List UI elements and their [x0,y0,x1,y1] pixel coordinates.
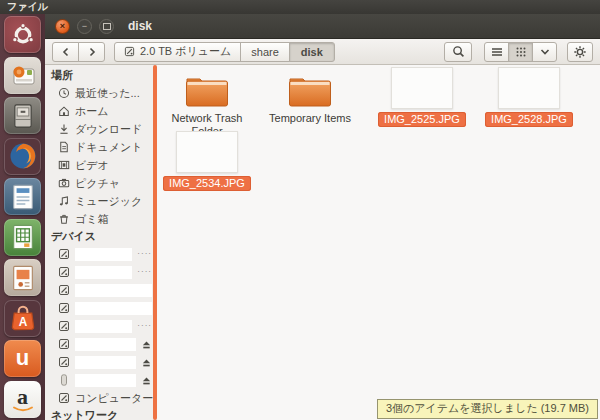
software-center-bag-icon: A [8,303,38,333]
window-minimize-button[interactable]: − [77,19,92,34]
file-item-img-2528[interactable]: IMG_2528.JPG [477,67,581,127]
device-label-redacted [75,266,132,279]
global-menubar: ファイル [0,0,600,14]
path-volume-label: 2.0 TB ボリューム [140,44,231,59]
sidebar-item-recent[interactable]: 最近使った... [45,84,157,102]
impress-presentation-icon [10,264,36,292]
file-item-temporary-items[interactable]: Temporary Items [258,67,362,125]
drive-icon [58,284,70,296]
ubuntu-one-icon: u [16,347,29,369]
sidebar-item-videos[interactable]: ビデオ [45,156,157,174]
window-title: disk [128,19,152,33]
device-label-redacted [75,338,136,351]
file-cabinet-icon [9,102,37,130]
folder-icon [184,71,230,109]
launcher-item-software-center[interactable]: A [4,300,41,337]
sidebar-item-documents[interactable]: ドキュメント [45,138,157,156]
sidebar-item-computer[interactable]: コンピューター [45,389,157,407]
firefox-icon [8,141,38,171]
settings-button[interactable] [567,42,593,62]
view-button-group [484,42,557,62]
launcher-item-libreoffice-impress[interactable] [4,259,41,296]
forward-button[interactable] [78,42,105,62]
document-icon [58,141,70,153]
file-item-img-2525[interactable]: IMG_2525.JPG [370,67,474,127]
launcher-item-ubuntu[interactable] [4,16,41,53]
sidebar-device-4[interactable] [45,299,157,317]
pathbar: 2.0 TB ボリューム share disk [114,42,335,62]
device-label-redacted [75,284,152,297]
grid-view-button[interactable] [508,42,533,62]
path-button-disk[interactable]: disk [289,42,335,62]
toolbar: 2.0 TB ボリューム share disk [45,39,600,65]
path-button-volume[interactable]: 2.0 TB ボリューム [114,42,241,62]
back-button[interactable] [52,42,79,62]
drive-icon [58,320,70,332]
sidebar-item-music[interactable]: ミュージック [45,192,157,210]
sidebar-device-5[interactable]: ···· [45,317,157,335]
device-label-redacted [75,320,132,333]
device-label-redacted [75,356,136,369]
writer-document-icon [10,183,36,211]
svg-text:A: A [18,315,27,329]
sidebar-item-pictures[interactable]: ピクチャ [45,174,157,192]
device-label-redacted [75,248,132,261]
search-button[interactable] [444,42,472,62]
calc-spreadsheet-icon [10,223,36,251]
file-manager-window: × − disk 2.0 TB ボリューム share [45,14,600,420]
unity-launcher: A u a [0,14,45,420]
launcher-item-amazon[interactable]: a [4,381,41,418]
music-note-icon [58,195,70,207]
sidebar-item-home[interactable]: ホーム [45,102,157,120]
launcher-item-startup-disk-creator[interactable] [4,57,41,94]
list-view-button[interactable] [484,42,509,62]
sidebar-device-6[interactable] [45,335,157,353]
phone-device-icon [58,374,70,386]
sidebar-device-phone[interactable] [45,371,157,389]
chevron-down-icon [540,48,550,56]
launcher-item-libreoffice-writer[interactable] [4,178,41,215]
image-thumbnail [176,131,238,173]
ubuntu-logo-icon [10,22,36,48]
file-item-img-2534[interactable]: IMG_2534.JPG [155,131,259,191]
app-menu-files[interactable]: ファイル [7,1,48,12]
search-icon [452,45,465,58]
window-maximize-button[interactable] [99,19,114,34]
sidebar-heading-places: 場所 [45,67,157,84]
file-item-network-trash-folder[interactable]: Network Trash Folder [155,67,259,138]
file-name: Temporary Items [269,112,351,125]
window-titlebar[interactable]: × − disk [45,14,600,39]
sidebar-device-3[interactable] [45,281,157,299]
launcher-item-ubuntu-one[interactable]: u [4,340,41,377]
drive-icon [58,356,70,368]
device-label-ellipsis: ···· [137,322,152,330]
gear-icon [573,45,587,59]
eject-icon[interactable] [141,339,152,350]
home-icon [58,105,70,117]
launcher-item-files[interactable] [4,97,41,134]
sidebar-item-trash[interactable]: ゴミ箱 [45,210,157,228]
window-content: 場所 最近使った... ホーム ダウンロ [45,65,600,420]
sidebar-device-1[interactable]: ···· [45,245,157,263]
sidebar-device-7[interactable] [45,353,157,371]
sidebar-heading-devices: デバイス [45,228,157,245]
view-options-button[interactable] [532,42,557,62]
launcher-item-libreoffice-calc[interactable] [4,219,41,256]
eject-icon[interactable] [141,357,152,368]
image-thumbnail [498,67,560,109]
clock-icon [58,87,70,99]
window-close-button[interactable]: × [55,19,70,34]
eject-icon[interactable] [141,375,152,386]
volume-drive-icon [124,46,135,57]
sidebar: 場所 最近使った... ホーム ダウンロ [45,65,157,420]
sidebar-item-downloads[interactable]: ダウンロード [45,120,157,138]
drive-icon [58,302,70,314]
list-view-icon [491,47,503,57]
sidebar-device-2[interactable]: ···· [45,263,157,281]
device-label-redacted [75,374,136,387]
video-film-icon [58,159,70,171]
path-button-share[interactable]: share [240,42,290,62]
file-grid[interactable]: Network Trash Folder Temporary Items IMG… [157,65,600,420]
launcher-item-firefox[interactable] [4,138,41,175]
drive-icon [58,338,70,350]
